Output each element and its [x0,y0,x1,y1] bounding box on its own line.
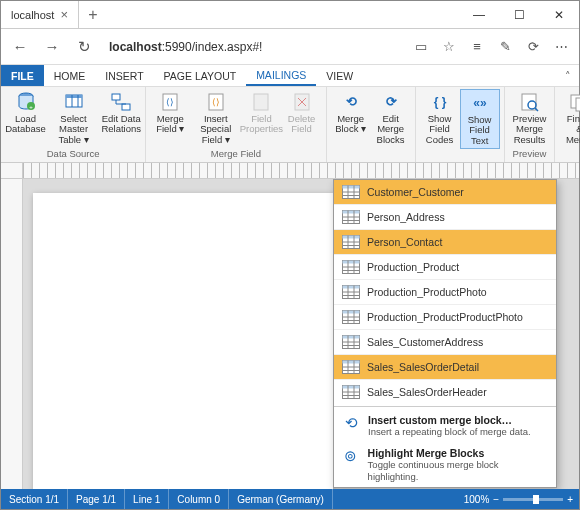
svg-rect-45 [343,261,360,264]
browser-titlebar: localhost × + — ☐ ✕ [1,1,579,29]
note-icon[interactable]: ✎ [493,35,517,59]
status-language[interactable]: German (Germany) [229,489,333,509]
insert-special-field-button[interactable]: ⟨⟩ Insert Special Field ▾ [190,89,241,147]
share-icon[interactable]: ⟳ [521,35,545,59]
browser-tab[interactable]: localhost × [1,1,79,28]
show-field-codes-button[interactable]: { } Show Field Codes [420,89,460,149]
tab-mailings[interactable]: MAILINGS [246,65,316,86]
tab-view[interactable]: VIEW [316,65,363,86]
tab-page-layout[interactable]: PAGE LAYOUT [154,65,247,86]
merge-block-item-label: Sales_SalesOrderDetail [367,361,479,373]
merge-block-item-label: Sales_SalesOrderHeader [367,386,487,398]
merge-block-item[interactable]: Sales_CustomerAddress [334,329,556,354]
more-icon[interactable]: ⋯ [549,35,573,59]
merge-block-item-label: Person_Address [367,211,445,223]
merge-block-item[interactable]: Production_ProductPhoto [334,279,556,304]
delete-field-icon [291,91,313,113]
svg-rect-25 [576,98,580,111]
special-field-icon: ⟨⟩ [205,91,227,113]
zoom-in-button[interactable]: + [567,494,573,505]
svg-rect-7 [112,94,120,100]
merge-block-item[interactable]: Production_Product [334,254,556,279]
show-field-text-button[interactable]: «» Show Field Text [460,89,500,149]
finish-icon [568,91,580,113]
merge-block-item-label: Production_ProductProductPhoto [367,311,523,323]
address-path: :5990/index.aspx#! [162,40,263,54]
svg-text:⟳: ⟳ [385,94,396,109]
new-tab-button[interactable]: + [79,1,107,28]
load-database-button[interactable]: + Load Database [5,89,46,147]
close-tab-icon[interactable]: × [60,7,68,22]
svg-rect-13 [254,94,268,110]
zoom-out-button[interactable]: − [493,494,499,505]
tab-home[interactable]: HOME [44,65,96,86]
minimize-button[interactable]: — [459,1,499,28]
merge-block-item-label: Customer_Customer [367,186,464,198]
address-host: localhost [109,40,162,54]
merge-block-item-label: Production_Product [367,261,459,273]
svg-rect-8 [122,104,130,110]
merge-block-item[interactable]: Production_ProductProductPhoto [334,304,556,329]
horizontal-ruler [1,163,579,179]
status-section[interactable]: Section 1/1 [1,489,68,509]
highlight-merge-blocks-item[interactable]: ⊚ Highlight Merge Blocks Toggle continuo… [334,442,556,487]
field-codes-icon: { } [429,91,451,113]
table-icon [342,360,360,374]
merge-block-item-label: Sales_CustomerAddress [367,336,483,348]
tab-file[interactable]: FILE [1,65,44,86]
group-label-data-source: Data Source [5,147,141,160]
back-button[interactable]: ← [7,34,33,60]
reading-view-icon[interactable]: ▭ [409,35,433,59]
ribbon-collapse-icon[interactable]: ˄ [557,65,579,86]
svg-rect-39 [343,236,360,239]
edit-data-relations-button[interactable]: Edit Data Relations [101,89,141,147]
svg-rect-75 [343,386,360,389]
edit-blocks-icon: ⟳ [380,91,402,113]
field-prop-icon [250,91,272,113]
maximize-button[interactable]: ☐ [499,1,539,28]
status-line[interactable]: Line 1 [125,489,169,509]
status-column[interactable]: Column 0 [169,489,229,509]
svg-rect-33 [343,211,360,214]
forward-button[interactable]: → [39,34,65,60]
merge-block-item[interactable]: Person_Contact [334,229,556,254]
tab-insert[interactable]: INSERT [95,65,153,86]
preview-merge-results-button[interactable]: Preview Merge Results [509,89,551,147]
edit-merge-blocks-button[interactable]: ⟳ Edit Merge Blocks [371,89,411,147]
refresh-button[interactable]: ↻ [71,34,97,60]
finish-merge-button[interactable]: Finish & Merge [559,89,580,147]
merge-block-button[interactable]: ⟲ Merge Block ▾ [331,89,371,147]
status-page[interactable]: Page 1/1 [68,489,125,509]
zoom-slider[interactable] [503,498,563,501]
svg-rect-27 [343,186,360,189]
merge-block-item[interactable]: Sales_SalesOrderHeader [334,379,556,404]
address-field[interactable]: localhost:5990/index.aspx#! [103,35,403,59]
favorite-icon[interactable]: ☆ [437,35,461,59]
address-bar: ← → ↻ localhost:5990/index.aspx#! ▭ ☆ ≡ … [1,29,579,65]
svg-text:⟨⟩: ⟨⟩ [212,97,220,107]
field-properties-button: Field Properties [241,89,281,147]
action-title: Insert custom merge block… [368,414,531,426]
tab-title: localhost [11,9,54,21]
merge-block-item[interactable]: Person_Address [334,204,556,229]
table-icon [342,260,360,274]
merge-block-item[interactable]: Customer_Customer [334,180,556,204]
insert-custom-merge-block-item[interactable]: ⟲ Insert custom merge block… Insert a re… [334,409,556,442]
merge-block-icon: ⟲ [340,91,362,113]
merge-field-button[interactable]: ⟨⟩ Merge Field ▾ [150,89,190,147]
vertical-ruler [1,179,23,489]
status-bar: Section 1/1 Page 1/1 Line 1 Column 0 Ger… [1,489,579,509]
merge-block-item[interactable]: Sales_SalesOrderDetail [334,354,556,379]
merge-block-item-label: Person_Contact [367,236,442,248]
select-master-table-button[interactable]: Select Master Table ▾ [46,89,101,147]
highlight-icon: ⊚ [342,447,360,465]
hub-icon[interactable]: ≡ [465,35,489,59]
field-text-icon: «» [469,92,491,114]
document-page[interactable] [33,193,333,489]
table-icon [342,285,360,299]
action-subtitle: Toggle continuous merge block highlighti… [368,459,548,482]
database-icon: + [15,91,37,113]
ribbon: + Load Database Select Master Table ▾ Ed… [1,87,579,163]
close-window-button[interactable]: ✕ [539,1,579,28]
svg-line-23 [535,108,538,111]
